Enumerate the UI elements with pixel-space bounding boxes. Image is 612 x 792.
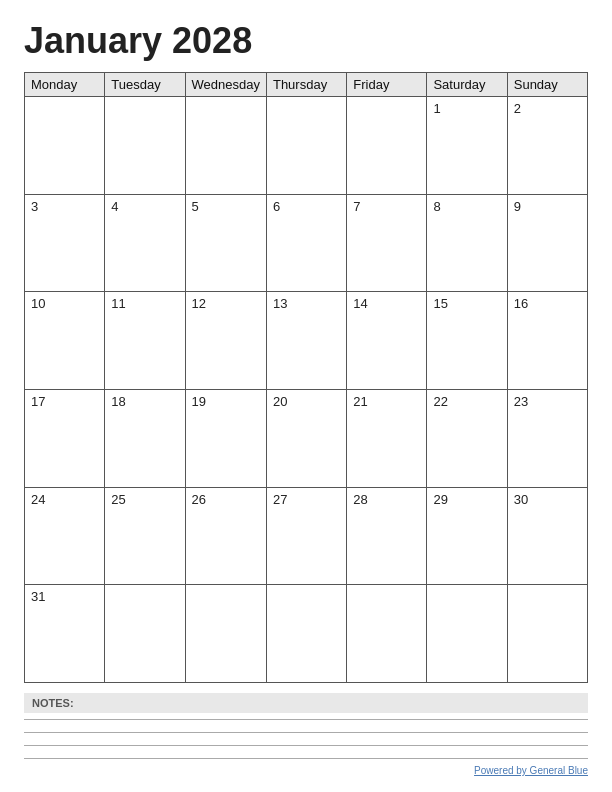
table-cell: 11 — [105, 292, 185, 390]
day-number: 25 — [111, 492, 178, 507]
table-cell: 14 — [347, 292, 427, 390]
table-cell — [507, 585, 587, 683]
powered-by-link[interactable]: Powered by General Blue — [474, 765, 588, 776]
day-number: 21 — [353, 394, 420, 409]
table-cell: 24 — [25, 487, 105, 585]
day-number: 17 — [31, 394, 98, 409]
table-row: 31 — [25, 585, 588, 683]
table-cell: 5 — [185, 194, 266, 292]
calendar-body: 1234567891011121314151617181920212223242… — [25, 97, 588, 683]
table-cell: 21 — [347, 389, 427, 487]
header-cell: Monday — [25, 73, 105, 97]
table-cell: 10 — [25, 292, 105, 390]
table-cell: 28 — [347, 487, 427, 585]
table-cell: 27 — [266, 487, 346, 585]
day-number: 16 — [514, 296, 581, 311]
day-number: 7 — [353, 199, 420, 214]
day-number: 3 — [31, 199, 98, 214]
page: January 2028 MondayTuesdayWednesdayThurs… — [0, 0, 612, 792]
day-number: 10 — [31, 296, 98, 311]
notes-line-1 — [24, 719, 588, 720]
table-cell — [266, 585, 346, 683]
day-number: 26 — [192, 492, 260, 507]
table-cell: 22 — [427, 389, 507, 487]
day-number: 14 — [353, 296, 420, 311]
header-cell: Tuesday — [105, 73, 185, 97]
day-number: 11 — [111, 296, 178, 311]
table-cell: 19 — [185, 389, 266, 487]
header-cell: Sunday — [507, 73, 587, 97]
day-number: 18 — [111, 394, 178, 409]
table-cell: 15 — [427, 292, 507, 390]
header-cell: Thursday — [266, 73, 346, 97]
day-number: 2 — [514, 101, 581, 116]
table-cell — [105, 585, 185, 683]
header-row: MondayTuesdayWednesdayThursdayFridaySatu… — [25, 73, 588, 97]
calendar-header: MondayTuesdayWednesdayThursdayFridaySatu… — [25, 73, 588, 97]
day-number: 23 — [514, 394, 581, 409]
table-cell: 29 — [427, 487, 507, 585]
table-cell: 12 — [185, 292, 266, 390]
table-cell — [427, 585, 507, 683]
day-number: 24 — [31, 492, 98, 507]
day-number: 28 — [353, 492, 420, 507]
day-number: 4 — [111, 199, 178, 214]
table-cell: 6 — [266, 194, 346, 292]
table-cell — [185, 585, 266, 683]
table-row: 17181920212223 — [25, 389, 588, 487]
table-cell: 16 — [507, 292, 587, 390]
header-cell: Friday — [347, 73, 427, 97]
header-cell: Wednesday — [185, 73, 266, 97]
table-row: 10111213141516 — [25, 292, 588, 390]
table-cell: 8 — [427, 194, 507, 292]
notes-line-2 — [24, 732, 588, 733]
day-number: 13 — [273, 296, 340, 311]
day-number: 8 — [433, 199, 500, 214]
table-cell — [266, 97, 346, 195]
day-number: 1 — [433, 101, 500, 116]
notes-line-4 — [24, 758, 588, 759]
table-cell: 25 — [105, 487, 185, 585]
day-number: 30 — [514, 492, 581, 507]
day-number: 29 — [433, 492, 500, 507]
table-cell: 4 — [105, 194, 185, 292]
table-cell: 30 — [507, 487, 587, 585]
table-row: 3456789 — [25, 194, 588, 292]
table-cell: 20 — [266, 389, 346, 487]
day-number: 5 — [192, 199, 260, 214]
day-number: 22 — [433, 394, 500, 409]
table-cell: 13 — [266, 292, 346, 390]
day-number: 9 — [514, 199, 581, 214]
day-number: 20 — [273, 394, 340, 409]
day-number: 31 — [31, 589, 98, 604]
table-cell: 3 — [25, 194, 105, 292]
calendar-table: MondayTuesdayWednesdayThursdayFridaySatu… — [24, 72, 588, 683]
table-cell: 2 — [507, 97, 587, 195]
day-number: 12 — [192, 296, 260, 311]
day-number: 27 — [273, 492, 340, 507]
table-cell: 17 — [25, 389, 105, 487]
powered-by: Powered by General Blue — [24, 765, 588, 776]
page-title: January 2028 — [24, 20, 588, 62]
notes-lines — [24, 719, 588, 759]
table-cell — [347, 585, 427, 683]
notes-line-3 — [24, 745, 588, 746]
day-number: 15 — [433, 296, 500, 311]
table-cell: 26 — [185, 487, 266, 585]
header-cell: Saturday — [427, 73, 507, 97]
day-number: 19 — [192, 394, 260, 409]
day-number: 6 — [273, 199, 340, 214]
table-row: 12 — [25, 97, 588, 195]
table-cell: 9 — [507, 194, 587, 292]
table-cell — [347, 97, 427, 195]
table-cell — [185, 97, 266, 195]
table-cell: 18 — [105, 389, 185, 487]
notes-section: NOTES: — [24, 693, 588, 759]
notes-label: NOTES: — [24, 693, 588, 713]
table-cell — [25, 97, 105, 195]
table-cell: 23 — [507, 389, 587, 487]
table-cell — [105, 97, 185, 195]
table-cell: 1 — [427, 97, 507, 195]
table-cell: 7 — [347, 194, 427, 292]
table-row: 24252627282930 — [25, 487, 588, 585]
